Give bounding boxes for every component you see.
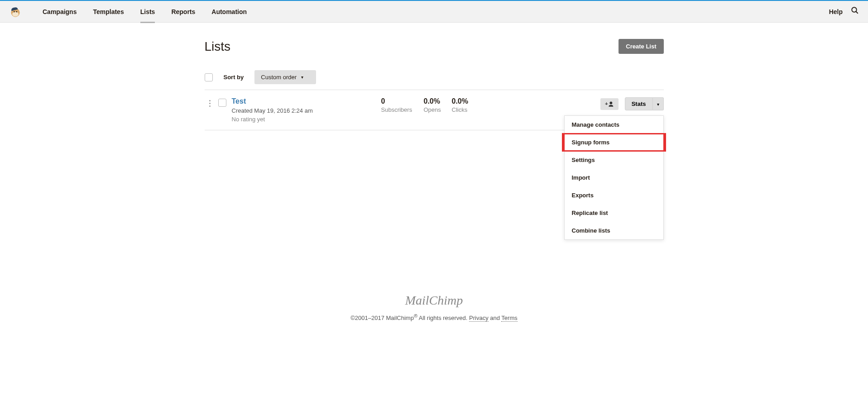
page-header: Lists Create List [205, 23, 664, 65]
privacy-link[interactable]: Privacy [469, 315, 489, 322]
nav-lists[interactable]: Lists [132, 1, 163, 23]
nav-templates[interactable]: Templates [85, 1, 132, 23]
clicks-stat: 0.0% Clicks [452, 97, 491, 113]
svg-text:+: + [605, 101, 608, 106]
nav-reports[interactable]: Reports [163, 1, 203, 23]
chevron-down-icon: ▾ [301, 75, 303, 80]
list-created-date: Created May 19, 2016 2:24 am [232, 107, 381, 114]
main-header: Campaigns Templates Lists Reports Automa… [0, 1, 868, 23]
list-rating: No rating yet [232, 116, 381, 123]
nav-automation[interactable]: Automation [203, 1, 255, 23]
freddie-icon [9, 5, 22, 18]
sort-value: Custom order [261, 74, 297, 81]
registered-mark: ® [414, 313, 417, 319]
stats-button-group: Stats ▾ Manage contacts Signup forms Set… [625, 97, 664, 110]
stat-value: 0 [381, 97, 419, 105]
add-person-icon: + [605, 101, 614, 107]
dropdown-settings[interactable]: Settings [565, 151, 663, 169]
stat-value: 0.0% [424, 97, 447, 105]
list-actions-dropdown: Manage contacts Signup forms Settings Im… [564, 115, 664, 240]
mailchimp-logo[interactable] [9, 5, 22, 18]
page-title: Lists [205, 39, 231, 54]
dropdown-manage-contacts[interactable]: Manage contacts [565, 116, 663, 133]
stat-label: Subscribers [381, 106, 419, 113]
svg-line-5 [856, 11, 858, 14]
svg-point-4 [852, 7, 857, 12]
copyright-text: ©2001–2017 MailChimp [350, 315, 414, 321]
list-row: Test Created May 19, 2016 2:24 am No rat… [205, 90, 664, 130]
footer-copyright: ©2001–2017 MailChimp® All rights reserve… [9, 313, 859, 321]
dropdown-signup-forms[interactable]: Signup forms [562, 133, 666, 151]
create-list-button[interactable]: Create List [619, 39, 663, 54]
subscribers-stat: 0 Subscribers [381, 97, 424, 113]
lists-table: Test Created May 19, 2016 2:24 am No rat… [205, 90, 664, 130]
stats-button[interactable]: Stats [625, 97, 653, 110]
row-actions: + Stats ▾ Manage contacts Signup forms S… [600, 97, 664, 110]
help-link[interactable]: Help [829, 8, 843, 15]
stat-label: Clicks [452, 106, 486, 113]
terms-link[interactable]: Terms [501, 315, 517, 322]
main-container: Lists Create List Sort by Custom order ▾… [205, 23, 664, 130]
list-toolbar: Sort by Custom order ▾ [205, 65, 664, 90]
sort-dropdown[interactable]: Custom order ▾ [254, 70, 316, 84]
drag-handle[interactable] [205, 97, 216, 107]
and-text: and [489, 315, 502, 321]
dropdown-exports[interactable]: Exports [565, 186, 663, 204]
header-right: Help [829, 6, 859, 17]
list-name-link[interactable]: Test [232, 97, 381, 105]
opens-stat: 0.0% Opens [424, 97, 452, 113]
page-footer: MailChimp ©2001–2017 MailChimp® All righ… [0, 284, 868, 330]
dropdown-replicate-list[interactable]: Replicate list [565, 204, 663, 222]
nav-campaigns[interactable]: Campaigns [34, 1, 85, 23]
dropdown-import[interactable]: Import [565, 169, 663, 186]
svg-point-3 [16, 11, 17, 12]
rights-text: All rights reserved. [417, 315, 469, 321]
sort-by-label: Sort by [224, 74, 244, 81]
footer-brand-logo: MailChimp [9, 293, 859, 308]
row-checkbox[interactable] [218, 99, 226, 107]
dropdown-combine-lists[interactable]: Combine lists [565, 222, 663, 239]
select-all-checkbox[interactable] [205, 73, 213, 81]
add-subscriber-button[interactable]: + [600, 98, 619, 110]
chevron-down-icon: ▾ [657, 102, 659, 107]
svg-point-7 [609, 101, 612, 104]
search-icon[interactable] [851, 6, 859, 17]
stat-value: 0.0% [452, 97, 486, 105]
stat-label: Opens [424, 106, 447, 113]
list-info-column: Test Created May 19, 2016 2:24 am No rat… [232, 97, 381, 123]
main-nav: Campaigns Templates Lists Reports Automa… [34, 1, 255, 23]
svg-point-1 [12, 12, 19, 17]
stats-dropdown-toggle[interactable]: ▾ [653, 97, 664, 110]
svg-point-2 [14, 11, 15, 12]
